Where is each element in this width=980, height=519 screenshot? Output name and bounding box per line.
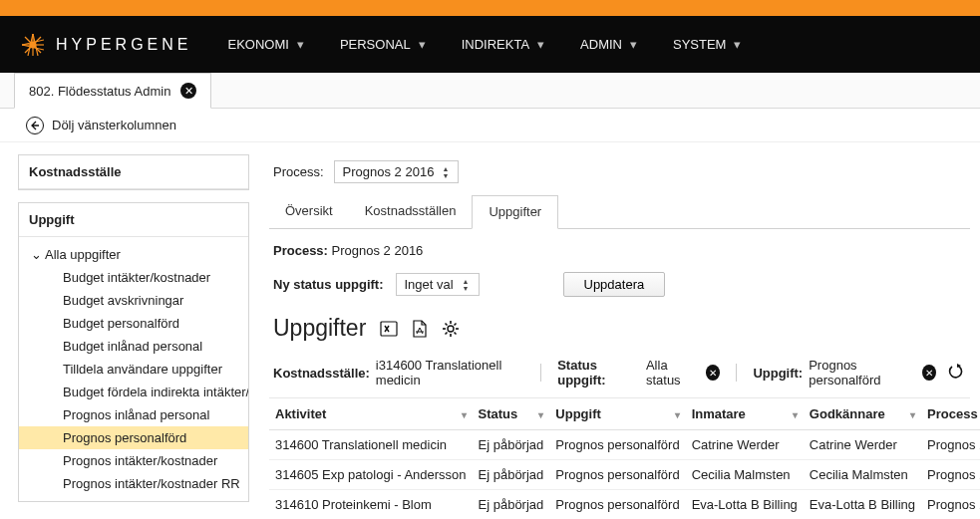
chevron-down-icon: ▾ xyxy=(419,37,426,52)
col-status[interactable]: Status▾ xyxy=(473,398,550,430)
nav-label: PERSONAL xyxy=(340,37,411,52)
process-select[interactable]: Prognos 2 2016 ▲▼ xyxy=(334,160,460,183)
close-icon[interactable]: ✕ xyxy=(180,83,196,99)
new-status-label: Ny status uppgift: xyxy=(273,277,384,292)
tree-item[interactable]: Budget intäkter/kostnader xyxy=(19,266,248,289)
cell-uppgift: Prognos personalförd xyxy=(549,430,685,460)
info-process: Process: Prognos 2 2016 xyxy=(269,243,970,272)
nav-item-indirekta[interactable]: INDIREKTA▾ xyxy=(462,37,544,52)
col-godkannare[interactable]: Godkännare▾ xyxy=(804,398,921,430)
svg-point-10 xyxy=(448,326,454,332)
filter-icon[interactable]: ▾ xyxy=(538,408,543,419)
hide-left-column-toggle[interactable]: Dölj vänsterkolumnen xyxy=(0,109,980,142)
tree-item[interactable]: Prognos personalförd xyxy=(19,426,248,449)
svg-line-15 xyxy=(446,323,448,325)
brand-text: HYPERGENE xyxy=(56,36,191,54)
tab-label: Översikt xyxy=(285,203,333,218)
export-pdf-icon[interactable] xyxy=(412,320,428,338)
col-inmatare[interactable]: Inmatare▾ xyxy=(686,398,804,430)
tree-item[interactable]: Budget inlånad personal xyxy=(19,335,248,358)
cell-inmatare: Cecilia Malmsten xyxy=(686,460,804,490)
tree-item[interactable]: Prognos intäkter/kostnader xyxy=(19,449,248,472)
stepper-icon: ▲▼ xyxy=(463,275,477,294)
process-select-value: Prognos 2 2016 xyxy=(343,164,435,179)
table-row[interactable]: 314610 Proteinkemi - BlomEj påbörjadProg… xyxy=(269,490,980,520)
col-label: Status xyxy=(479,406,518,421)
svg-rect-9 xyxy=(381,322,397,336)
svg-line-17 xyxy=(455,323,457,325)
cell-process: Prognos 2 2016 xyxy=(921,490,980,520)
tree: ⌄ Alla uppgifter Budget intäkter/kostnad… xyxy=(19,237,248,501)
nav-item-personal[interactable]: PERSONAL▾ xyxy=(340,37,426,52)
tab-uppgifter[interactable]: Uppgifter xyxy=(472,195,558,229)
filter-icon[interactable]: ▾ xyxy=(793,408,798,419)
cell-aktivitet: 314600 Translationell medicin xyxy=(269,430,473,460)
tab-kostnadsstallen[interactable]: Kostnadsställen xyxy=(349,195,473,228)
tree-item[interactable]: Prognos inlånad personal xyxy=(19,403,248,426)
filter-status-label: Status uppgift: xyxy=(557,358,640,388)
chevron-down-icon: ▾ xyxy=(734,37,741,52)
tree-root[interactable]: ⌄ Alla uppgifter xyxy=(19,243,248,266)
tab-label: Kostnadsställen xyxy=(365,203,457,218)
gear-icon[interactable] xyxy=(442,320,460,338)
cell-process: Prognos 2 2016 xyxy=(921,460,980,490)
page-tab[interactable]: 802. Flödesstatus Admin ✕ xyxy=(14,73,211,109)
col-label: Inmatare xyxy=(692,406,746,421)
cell-status: Ej påbörjad xyxy=(473,430,550,460)
new-status-value: Inget val xyxy=(405,277,454,292)
table-row[interactable]: 314605 Exp patologi - AnderssonEj påbörj… xyxy=(269,460,980,490)
clear-uppgift-icon[interactable]: ✕ xyxy=(922,365,936,381)
nav-label: ADMIN xyxy=(580,37,622,52)
svg-point-8 xyxy=(30,41,37,48)
nav-label: EKONOMI xyxy=(227,37,288,52)
info-process-value: Prognos 2 2016 xyxy=(332,243,424,258)
update-button-label: Uppdatera xyxy=(584,277,645,292)
tree-item[interactable]: Tilldela användare uppgifter xyxy=(19,358,248,381)
nav-item-admin[interactable]: ADMIN▾ xyxy=(580,37,637,52)
stepper-icon: ▲▼ xyxy=(442,162,456,181)
panel-uppgift: Uppgift ⌄ Alla uppgifter Budget intäkter… xyxy=(18,202,249,502)
filter-icon[interactable]: ▾ xyxy=(910,408,915,419)
clear-status-icon[interactable]: ✕ xyxy=(706,365,720,381)
cell-godkannare: Catrine Werder xyxy=(804,430,921,460)
top-nav: HYPERGENE EKONOMI▾ PERSONAL▾ INDIREKTA▾ … xyxy=(0,16,980,73)
cell-godkannare: Eva-Lotta B Billing xyxy=(804,490,921,520)
new-status-select[interactable]: Inget val ▲▼ xyxy=(396,273,480,296)
cell-inmatare: Eva-Lotta B Billing xyxy=(686,490,804,520)
filter-icon[interactable]: ▾ xyxy=(675,408,680,419)
tree-item[interactable]: Budget avskrivningar xyxy=(19,289,248,312)
separator xyxy=(736,364,737,382)
filter-icon[interactable]: ▾ xyxy=(462,408,467,419)
col-label: Uppgift xyxy=(555,406,600,421)
col-process[interactable]: Process▾ xyxy=(921,398,980,430)
col-label: Process xyxy=(927,406,978,421)
tree-item[interactable]: Budget personalförd xyxy=(19,312,248,335)
process-label: Process: xyxy=(273,164,324,179)
tree-item[interactable]: Budget fördela indirekta intäkter/ xyxy=(19,381,248,403)
table-row[interactable]: 314600 Translationell medicinEj påbörjad… xyxy=(269,430,980,460)
cell-status: Ej påbörjad xyxy=(473,490,550,520)
col-aktivitet[interactable]: Aktivitet▾ xyxy=(269,398,473,430)
brand-logo-icon xyxy=(22,34,44,56)
tree-item[interactable]: Prognos intäkter/kostnader RR xyxy=(19,472,248,495)
nav-item-ekonomi[interactable]: EKONOMI▾ xyxy=(227,37,303,52)
data-table: Aktivitet▾ Status▾ Uppgift▾ Inmatare▾ Go… xyxy=(269,398,980,519)
reset-filters-icon[interactable] xyxy=(948,364,966,383)
col-uppgift[interactable]: Uppgift▾ xyxy=(549,398,685,430)
page-tab-label: 802. Flödesstatus Admin xyxy=(29,84,170,99)
filter-uppgift-label: Uppgift: xyxy=(753,366,803,381)
nav-item-system[interactable]: SYSTEM▾ xyxy=(673,37,741,52)
chevron-down-icon: ▾ xyxy=(297,37,304,52)
filter-kostnadsstalle-label: Kostnadsställe: xyxy=(273,366,370,381)
tab-oversikt[interactable]: Översikt xyxy=(269,195,349,228)
inner-tabs: Översikt Kostnadsställen Uppgifter xyxy=(269,195,970,229)
content: Process: Prognos 2 2016 ▲▼ Översikt Kost… xyxy=(269,154,970,519)
panel-header: Uppgift xyxy=(19,203,248,237)
update-button[interactable]: Uppdatera xyxy=(563,272,666,297)
info-process-label: Process: xyxy=(273,243,328,258)
filter-kostnadsstalle-value: i314600 Translationell medicin xyxy=(376,358,524,388)
col-label: Aktivitet xyxy=(275,406,326,421)
export-excel-icon[interactable] xyxy=(380,320,398,338)
separator xyxy=(540,364,541,382)
chevron-down-icon: ▾ xyxy=(537,37,544,52)
